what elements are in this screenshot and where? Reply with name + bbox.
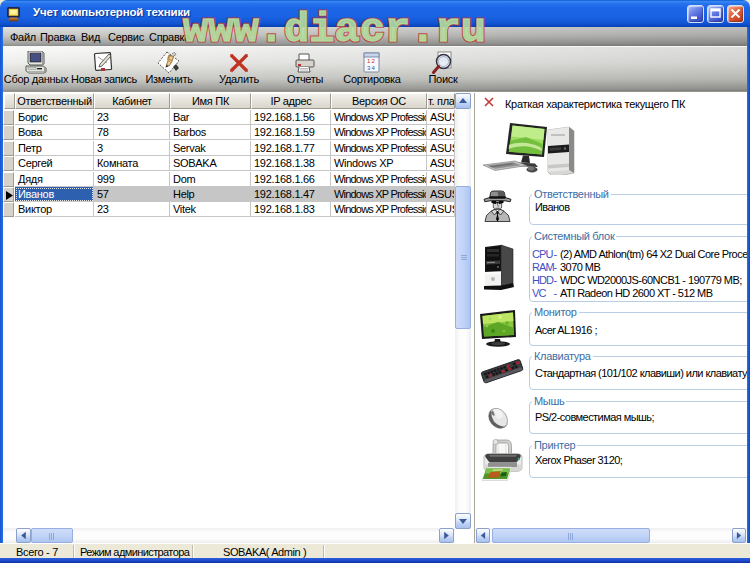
- svg-text:1 2: 1 2: [367, 58, 375, 64]
- svg-text:3 4: 3 4: [367, 65, 375, 71]
